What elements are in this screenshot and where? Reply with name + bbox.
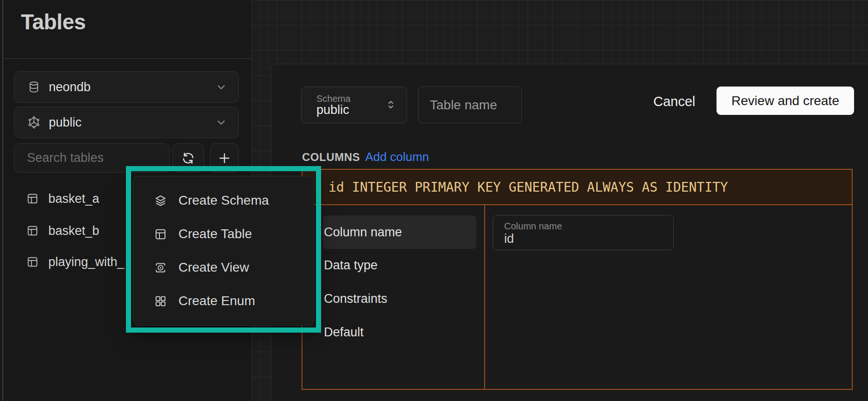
columns-section-header: COLUMNS [302,151,360,164]
sidebar-header-divider [3,58,251,59]
column-sql-preview: id INTEGER PRIMARY KEY GENERATED ALWAYS … [329,180,728,195]
table-name-input[interactable] [418,87,522,123]
table-list-item-playing-with[interactable]: playing_with_ [14,251,144,273]
refresh-tables-button[interactable] [172,143,204,173]
menu-item-label: Create Enum [178,294,255,308]
menu-item-label: Create View [178,260,249,275]
menu-item-create-table[interactable]: Create Table [133,217,314,251]
menu-item-create-enum[interactable]: Create Enum [133,284,314,318]
layers-icon [154,194,167,207]
table-name-label: basket_b [48,224,99,238]
table-icon [26,255,39,268]
column-name-input[interactable] [504,232,658,246]
column-name-field: Column name [493,215,674,250]
table-list-item-basket-a[interactable]: basket_a [14,187,144,210]
column-name-field-label: Column name [504,221,562,232]
tab-constraints[interactable]: Constraints [323,282,476,315]
tab-column-name[interactable]: Column name [323,215,476,249]
table-icon [154,227,167,241]
menu-item-create-view[interactable]: Create View [133,251,314,284]
database-select-value: neondb [49,80,215,94]
window-left-edge [2,0,3,401]
table-name-label: basket_a [48,192,99,206]
add-column-link[interactable]: Add column [365,150,429,164]
menu-item-label: Create Table [178,227,252,241]
table-icon [26,224,39,237]
schema-field-select[interactable]: Schema public [301,87,407,123]
app-window: Tables neondb public [0,0,868,401]
schema-icon [27,116,40,129]
schema-field-value: public [316,103,349,117]
review-and-create-button[interactable]: Review and create [717,87,854,115]
chevron-down-icon [215,81,227,93]
table-icon [26,192,39,205]
database-select[interactable]: neondb [14,71,239,103]
tab-data-type[interactable]: Data type [323,248,476,282]
editor-vertical-divider [484,205,485,389]
database-icon [27,80,40,94]
search-tables-input[interactable] [14,143,170,173]
menu-item-label: Create Schema [178,193,269,208]
refresh-icon [181,151,195,165]
view-eye-icon [154,261,167,274]
schema-select-value: public [49,115,215,130]
schema-select[interactable]: public [14,107,239,138]
cancel-button[interactable]: Cancel [645,89,704,114]
column-sql-preview-row[interactable]: id INTEGER PRIMARY KEY GENERATED ALWAYS … [302,170,852,205]
chevron-down-icon [215,116,227,128]
grid-squares-icon [154,294,167,308]
create-dropdown-menu: Create Schema Create Table Create View C… [133,176,314,326]
table-list-item-basket-b[interactable]: basket_b [14,220,144,242]
page-title: Tables [21,9,85,34]
tab-default[interactable]: Default [323,315,476,349]
add-table-button[interactable] [210,143,239,173]
table-name-label: playing_with_ [48,255,125,269]
chevron-updown-icon [384,98,397,111]
column-editor-panel: id INTEGER PRIMARY KEY GENERATED ALWAYS … [302,169,853,390]
menu-item-create-schema[interactable]: Create Schema [133,184,314,217]
plus-icon [217,151,231,165]
